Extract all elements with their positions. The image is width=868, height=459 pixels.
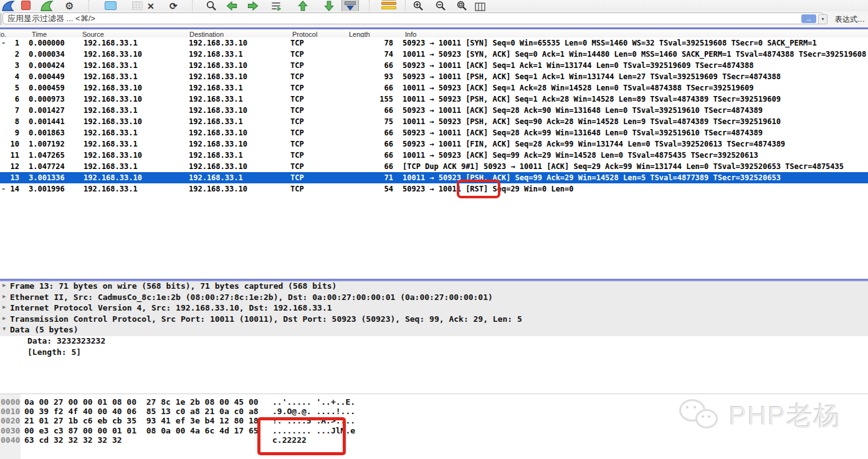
- open-file-icon[interactable]: [105, 0, 117, 11]
- packet-row-14[interactable]: -143.001996192.168.33.1192.168.33.10TCP5…: [0, 183, 868, 195]
- cell-src: 192.168.33.10: [83, 50, 142, 59]
- start-capture-icon[interactable]: [1, 0, 15, 11]
- capture-options-icon[interactable]: ⚙: [65, 0, 74, 11]
- packet-row-11[interactable]: 111.047265192.168.33.10192.168.33.1TCP66…: [0, 150, 868, 161]
- go-to-packet-icon[interactable]: [270, 0, 282, 11]
- go-last-icon[interactable]: [323, 0, 335, 11]
- close-file-icon[interactable]: ✕: [147, 0, 155, 11]
- auto-scroll-icon[interactable]: [341, 0, 359, 12]
- toolbar-separator: [88, 0, 89, 11]
- main-toolbar: ⚙✕⟳: [0, 0, 868, 12]
- packet-row-13[interactable]: 133.001336192.168.33.10192.168.33.1TCP71…: [0, 172, 868, 183]
- collapsed-triangle-icon[interactable]: ▶: [2, 282, 6, 288]
- hex-bytes: 63 cd 32 32 32 32 32: [24, 435, 122, 445]
- colorize-icon[interactable]: [381, 0, 396, 11]
- cell-info: 50923 → 10011 [ACK] Seq=28 Ack=99 Win=13…: [403, 128, 868, 137]
- save-file-icon[interactable]: [132, 0, 143, 11]
- go-back-icon[interactable]: [226, 0, 238, 11]
- detail-text: Data (5 bytes): [10, 325, 79, 334]
- detail-row-0[interactable]: ▶Frame 13: 71 bytes on wire (568 bits), …: [0, 281, 868, 292]
- zoom-original-icon[interactable]: [456, 0, 467, 11]
- reload-file-icon[interactable]: ⟳: [169, 0, 178, 11]
- cell-time: 3.001336: [29, 173, 65, 182]
- detail-child-row-0[interactable]: Data: 3232323232: [0, 336, 868, 347]
- cell-proto: TCP: [290, 128, 304, 137]
- cell-src: 192.168.33.10: [83, 95, 142, 104]
- cell-no: 7: [0, 106, 19, 115]
- resize-columns-icon[interactable]: [475, 0, 485, 11]
- packet-row-12[interactable]: 121.047724192.168.33.1192.168.33.10TCP66…: [0, 161, 868, 172]
- packet-row-1[interactable]: -10.000000192.168.33.1192.168.33.10TCP78…: [0, 37, 868, 49]
- find-packet-icon[interactable]: [206, 0, 217, 11]
- detail-text: Ethernet II, Src: CadmusCo_8c:1e:2b (08:…: [10, 292, 493, 302]
- detail-row-2[interactable]: ▶Internet Protocol Version 4, Src: 192.1…: [0, 303, 868, 314]
- packet-row-6[interactable]: 60.000973192.168.33.10192.168.33.1TCP155…: [0, 94, 868, 105]
- cell-dst: 192.168.33.10: [189, 185, 247, 193]
- cell-src: 192.168.33.1: [83, 39, 138, 47]
- packet-details-toplevel: ▶Frame 13: 71 bytes on wire (568 bits), …: [0, 281, 868, 336]
- detail-text: Frame 13: 71 bytes on wire (568 bits), 7…: [10, 281, 336, 291]
- packet-row-5[interactable]: 50.000459192.168.33.10192.168.33.1TCP661…: [0, 82, 868, 94]
- cell-time: 1.047265: [29, 151, 65, 160]
- go-forward-icon[interactable]: [247, 0, 259, 11]
- cell-src: 192.168.33.1: [83, 106, 138, 115]
- cell-src: 192.168.33.1: [83, 61, 138, 70]
- restart-capture-icon[interactable]: [40, 0, 54, 11]
- cell-no: 3: [0, 61, 19, 70]
- cell-proto: TCP: [290, 84, 304, 92]
- zoom-in-icon[interactable]: [413, 0, 424, 11]
- cell-time: 3.001996: [29, 185, 65, 193]
- cell-no: 6: [0, 95, 19, 104]
- detail-row-4[interactable]: ▼Data (5 bytes): [0, 325, 868, 336]
- toolbar-separator: [405, 0, 406, 11]
- packet-list: -10.000000192.168.33.1192.168.33.10TCP78…: [0, 37, 868, 195]
- cell-src: 192.168.33.10: [83, 117, 142, 126]
- filter-dropdown-caret[interactable]: ▾: [818, 14, 827, 24]
- packet-row-10[interactable]: 101.007192192.168.33.1192.168.33.10TCP66…: [0, 138, 868, 150]
- apply-filter-button[interactable]: →: [801, 14, 816, 23]
- hex-offset: 0030: [1, 426, 20, 435]
- packet-details-children: Data: 3232323232[Length: 5]: [0, 336, 868, 358]
- packet-row-2[interactable]: 20.000034192.168.33.10192.168.33.1TCP741…: [0, 49, 868, 60]
- cell-no: 9: [0, 128, 19, 137]
- cell-dst: 192.168.33.1: [189, 95, 243, 104]
- collapsed-triangle-icon[interactable]: ▶: [2, 315, 6, 321]
- watermark-text: PHP老杨: [729, 399, 841, 433]
- packet-row-3[interactable]: 30.000424192.168.33.1192.168.33.10TCP665…: [0, 60, 868, 71]
- go-first-icon[interactable]: [297, 0, 309, 11]
- hex-ascii: c.22222: [272, 435, 307, 445]
- cell-proto: TCP: [290, 50, 304, 59]
- cell-info: 50923 → 10011 [ACK] Seq=1 Ack=1 Win=1317…: [403, 61, 868, 70]
- stop-capture-icon[interactable]: [21, 0, 31, 11]
- cell-time: 1.007192: [29, 140, 65, 148]
- collapsed-triangle-icon[interactable]: ▶: [2, 304, 6, 310]
- cell-src: 192.168.33.1: [83, 72, 138, 81]
- packet-row-8[interactable]: 80.001441192.168.33.10192.168.33.1TCP751…: [0, 116, 868, 127]
- cell-info: 50923 → 10011 [RST] Seq=29 Win=0 Len=0: [403, 185, 868, 193]
- detail-child-row-1[interactable]: [Length: 5]: [0, 347, 868, 359]
- cell-src: 192.168.33.1: [83, 162, 138, 171]
- display-filter-input[interactable]: [2, 12, 824, 24]
- cell-proto: TCP: [290, 151, 304, 160]
- cell-time: 1.047724: [29, 162, 65, 171]
- hex-row-0040[interactable]: 004063 cd 32 32 32 32 32c.22222: [0, 435, 868, 445]
- packet-row-9[interactable]: 90.001863192.168.33.1192.168.33.10TCP665…: [0, 127, 868, 138]
- packet-row-4[interactable]: 40.000449192.168.33.1192.168.33.10TCP935…: [0, 71, 868, 82]
- cell-len: 75: [353, 117, 393, 126]
- cell-proto: TCP: [290, 72, 304, 81]
- detail-row-1[interactable]: ▶Ethernet II, Src: CadmusCo_8c:1e:2b (08…: [0, 292, 868, 304]
- detail-row-3[interactable]: ▶Transmission Control Protocol, Src Port…: [0, 314, 868, 326]
- collapsed-triangle-icon[interactable]: ▶: [2, 293, 6, 299]
- wechat-logo-icon: [679, 398, 720, 434]
- cell-no: 14: [0, 185, 19, 193]
- hex-bytes: 00 e3 c3 87 00 00 01 01 08 0a 00 4a 6c 4…: [24, 426, 259, 435]
- expanded-triangle-icon[interactable]: ▼: [2, 326, 6, 332]
- cell-proto: TCP: [290, 185, 304, 193]
- packet-row-7[interactable]: 70.001427192.168.33.1192.168.33.10TCP665…: [0, 105, 868, 116]
- cell-info: 10011 → 50923 [ACK] Seq=99 Ack=29 Win=14…: [403, 151, 868, 160]
- expression-button[interactable]: 表达式…: [835, 14, 865, 25]
- cell-len: 66: [353, 140, 393, 148]
- cell-len: 78: [353, 39, 393, 47]
- watermark: PHP老杨: [679, 398, 841, 434]
- zoom-out-icon[interactable]: [435, 0, 446, 11]
